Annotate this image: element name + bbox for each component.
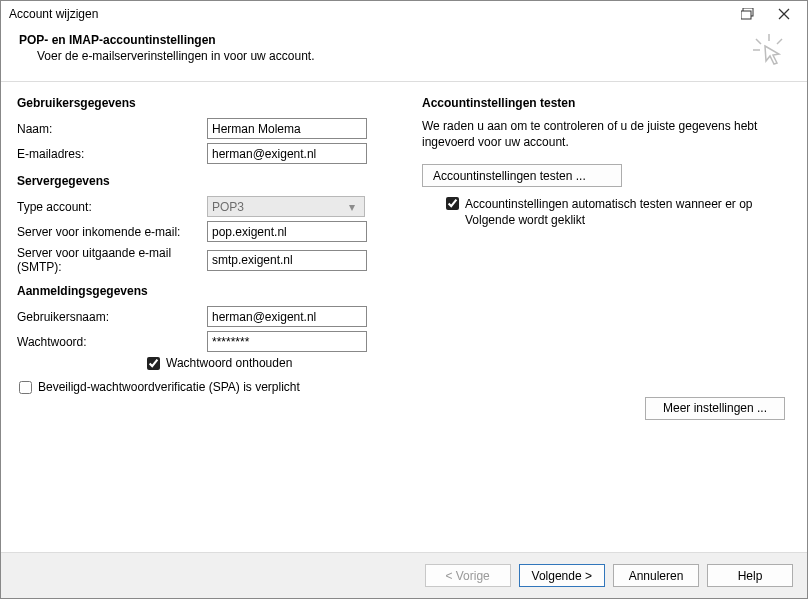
help-button[interactable]: Help [707,564,793,587]
chevron-down-icon: ▾ [344,200,360,214]
email-input[interactable] [207,143,367,164]
test-description: We raden u aan om te controleren of u de… [422,118,791,150]
incoming-label: Server voor inkomende e-mail: [17,225,207,239]
spa-checkbox[interactable] [19,381,32,394]
remember-password-label: Wachtwoord onthouden [166,356,292,370]
cancel-button[interactable]: Annuleren [613,564,699,587]
header: POP- en IMAP-accountinstellingen Voer de… [1,27,807,75]
outgoing-label: Server voor uitgaande e-mail (SMTP): [17,246,207,274]
titlebar: Account wijzigen [1,1,807,27]
email-label: E-mailadres: [17,147,207,161]
outgoing-input[interactable] [207,250,367,271]
username-input[interactable] [207,306,367,327]
next-button[interactable]: Volgende > [519,564,605,587]
remember-password-checkbox[interactable] [147,357,160,370]
auto-test-label: Accountinstellingen automatisch testen w… [465,197,791,228]
svg-rect-1 [741,11,751,19]
name-label: Naam: [17,122,207,136]
svg-line-6 [777,39,782,44]
spa-label: Beveiligd-wachtwoordverificatie (SPA) is… [38,380,300,394]
header-title: POP- en IMAP-accountinstellingen [19,33,749,47]
section-user-title: Gebruikersgegevens [17,96,386,110]
more-settings-button[interactable]: Meer instellingen ... [645,397,785,420]
left-column: Gebruikersgegevens Naam: E-mailadres: Se… [17,96,386,420]
username-label: Gebruikersnaam: [17,310,207,324]
header-subtitle: Voer de e-mailserverinstellingen in voor… [19,49,749,63]
password-input[interactable] [207,331,367,352]
restore-button[interactable] [731,3,765,25]
content: Gebruikersgegevens Naam: E-mailadres: Se… [1,82,807,420]
incoming-input[interactable] [207,221,367,242]
wizard-cursor-icon [749,33,789,67]
account-type-label: Type account: [17,200,207,214]
svg-line-5 [756,39,761,44]
section-login-title: Aanmeldingsgegevens [17,284,386,298]
account-type-value: POP3 [212,200,244,214]
password-label: Wachtwoord: [17,335,207,349]
account-type-select: POP3 ▾ [207,196,365,217]
section-server-title: Servergegevens [17,174,386,188]
auto-test-checkbox[interactable] [446,197,459,210]
back-button: < Vorige [425,564,511,587]
footer: < Vorige Volgende > Annuleren Help [1,552,807,598]
test-settings-button[interactable]: Accountinstellingen testen ... [422,164,622,187]
window-title: Account wijzigen [9,7,729,21]
right-column: Accountinstellingen testen We raden u aa… [422,96,791,420]
name-input[interactable] [207,118,367,139]
section-test-title: Accountinstellingen testen [422,96,791,110]
close-button[interactable] [767,3,801,25]
